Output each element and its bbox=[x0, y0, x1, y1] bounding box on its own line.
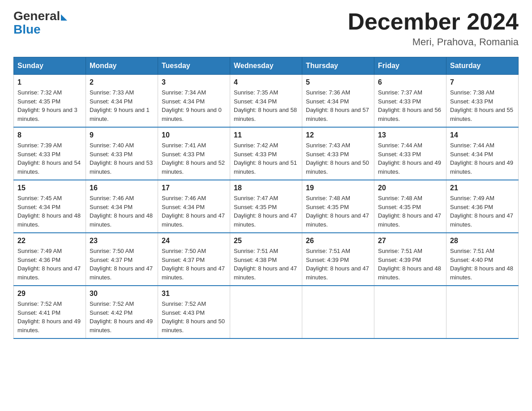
day-number: 29 bbox=[17, 290, 82, 298]
calendar-header: SundayMondayTuesdayWednesdayThursdayFrid… bbox=[14, 57, 519, 75]
day-info: Sunrise: 7:41 AMSunset: 4:33 PMDaylight:… bbox=[162, 142, 225, 175]
calendar-cell: 16 Sunrise: 7:46 AMSunset: 4:34 PMDaylig… bbox=[86, 180, 158, 233]
day-info: Sunrise: 7:47 AMSunset: 4:35 PMDaylight:… bbox=[234, 195, 297, 228]
day-info: Sunrise: 7:51 AMSunset: 4:39 PMDaylight:… bbox=[378, 248, 441, 281]
header-cell-tuesday: Tuesday bbox=[158, 57, 230, 75]
calendar-cell: 4 Sunrise: 7:35 AMSunset: 4:34 PMDayligh… bbox=[230, 75, 302, 128]
day-info: Sunrise: 7:36 AMSunset: 4:34 PMDaylight:… bbox=[306, 89, 369, 122]
day-info: Sunrise: 7:51 AMSunset: 4:38 PMDaylight:… bbox=[234, 248, 297, 281]
day-info: Sunrise: 7:45 AMSunset: 4:34 PMDaylight:… bbox=[17, 195, 81, 228]
calendar-cell: 5 Sunrise: 7:36 AMSunset: 4:34 PMDayligh… bbox=[302, 75, 374, 128]
day-info: Sunrise: 7:48 AMSunset: 4:35 PMDaylight:… bbox=[306, 195, 369, 228]
header-cell-wednesday: Wednesday bbox=[230, 57, 302, 75]
day-number: 31 bbox=[162, 290, 226, 298]
header-cell-saturday: Saturday bbox=[446, 57, 519, 75]
day-number: 2 bbox=[90, 78, 154, 86]
day-info: Sunrise: 7:44 AMSunset: 4:33 PMDaylight:… bbox=[378, 142, 441, 175]
logo-blue-text: Blue bbox=[13, 22, 41, 37]
calendar-cell: 19 Sunrise: 7:48 AMSunset: 4:35 PMDaylig… bbox=[302, 180, 374, 233]
day-info: Sunrise: 7:42 AMSunset: 4:33 PMDaylight:… bbox=[234, 142, 297, 175]
day-info: Sunrise: 7:44 AMSunset: 4:34 PMDaylight:… bbox=[450, 142, 513, 175]
day-number: 24 bbox=[162, 237, 226, 245]
header-cell-monday: Monday bbox=[86, 57, 158, 75]
logo-general-text: General bbox=[13, 9, 60, 23]
calendar-cell: 29 Sunrise: 7:52 AMSunset: 4:41 PMDaylig… bbox=[14, 286, 86, 338]
calendar-cell: 21 Sunrise: 7:49 AMSunset: 4:36 PMDaylig… bbox=[446, 180, 519, 233]
header-cell-friday: Friday bbox=[374, 57, 446, 75]
location-subtitle: Meri, Prahova, Romania bbox=[348, 36, 519, 48]
day-info: Sunrise: 7:49 AMSunset: 4:36 PMDaylight:… bbox=[17, 248, 81, 281]
day-info: Sunrise: 7:50 AMSunset: 4:37 PMDaylight:… bbox=[162, 248, 225, 281]
day-info: Sunrise: 7:50 AMSunset: 4:37 PMDaylight:… bbox=[90, 248, 153, 281]
calendar-cell: 18 Sunrise: 7:47 AMSunset: 4:35 PMDaylig… bbox=[230, 180, 302, 233]
calendar-cell: 8 Sunrise: 7:39 AMSunset: 4:33 PMDayligh… bbox=[14, 127, 86, 180]
week-row-4: 22 Sunrise: 7:49 AMSunset: 4:36 PMDaylig… bbox=[14, 233, 519, 286]
day-info: Sunrise: 7:39 AMSunset: 4:33 PMDaylight:… bbox=[17, 142, 81, 175]
calendar-body: 1 Sunrise: 7:32 AMSunset: 4:35 PMDayligh… bbox=[14, 75, 519, 339]
day-info: Sunrise: 7:51 AMSunset: 4:39 PMDaylight:… bbox=[306, 248, 369, 281]
calendar-cell: 10 Sunrise: 7:41 AMSunset: 4:33 PMDaylig… bbox=[158, 127, 230, 180]
day-number: 3 bbox=[162, 78, 226, 86]
day-number: 12 bbox=[306, 131, 370, 139]
calendar-cell bbox=[230, 286, 302, 338]
calendar-cell bbox=[446, 286, 519, 338]
day-number: 28 bbox=[450, 237, 515, 245]
calendar-cell: 30 Sunrise: 7:52 AMSunset: 4:42 PMDaylig… bbox=[86, 286, 158, 338]
calendar-cell: 13 Sunrise: 7:44 AMSunset: 4:33 PMDaylig… bbox=[374, 127, 446, 180]
calendar-cell: 15 Sunrise: 7:45 AMSunset: 4:34 PMDaylig… bbox=[14, 180, 86, 233]
day-number: 30 bbox=[90, 290, 154, 298]
week-row-5: 29 Sunrise: 7:52 AMSunset: 4:41 PMDaylig… bbox=[14, 286, 519, 338]
logo-text: General bbox=[13, 9, 67, 23]
day-info: Sunrise: 7:52 AMSunset: 4:41 PMDaylight:… bbox=[17, 300, 81, 334]
calendar-cell: 12 Sunrise: 7:43 AMSunset: 4:33 PMDaylig… bbox=[302, 127, 374, 180]
day-info: Sunrise: 7:43 AMSunset: 4:33 PMDaylight:… bbox=[306, 142, 369, 175]
calendar-cell: 23 Sunrise: 7:50 AMSunset: 4:37 PMDaylig… bbox=[86, 233, 158, 286]
calendar-cell: 27 Sunrise: 7:51 AMSunset: 4:39 PMDaylig… bbox=[374, 233, 446, 286]
calendar-cell: 1 Sunrise: 7:32 AMSunset: 4:35 PMDayligh… bbox=[14, 75, 86, 128]
day-info: Sunrise: 7:52 AMSunset: 4:43 PMDaylight:… bbox=[162, 300, 225, 334]
day-number: 20 bbox=[378, 184, 442, 192]
day-info: Sunrise: 7:51 AMSunset: 4:40 PMDaylight:… bbox=[450, 248, 513, 281]
day-number: 1 bbox=[17, 78, 82, 86]
day-number: 6 bbox=[378, 78, 442, 86]
day-number: 15 bbox=[17, 184, 82, 192]
calendar-cell: 11 Sunrise: 7:42 AMSunset: 4:33 PMDaylig… bbox=[230, 127, 302, 180]
main-title: December 2024 bbox=[348, 9, 519, 34]
calendar-cell: 7 Sunrise: 7:38 AMSunset: 4:33 PMDayligh… bbox=[446, 75, 519, 128]
day-info: Sunrise: 7:38 AMSunset: 4:33 PMDaylight:… bbox=[450, 89, 513, 122]
calendar-cell bbox=[302, 286, 374, 338]
day-number: 5 bbox=[306, 78, 370, 86]
day-number: 10 bbox=[162, 131, 226, 139]
day-info: Sunrise: 7:34 AMSunset: 4:34 PMDaylight:… bbox=[162, 89, 222, 122]
week-row-1: 1 Sunrise: 7:32 AMSunset: 4:35 PMDayligh… bbox=[14, 75, 519, 128]
day-info: Sunrise: 7:49 AMSunset: 4:36 PMDaylight:… bbox=[450, 195, 513, 228]
day-number: 8 bbox=[17, 131, 82, 139]
day-number: 11 bbox=[234, 131, 298, 139]
calendar-cell: 3 Sunrise: 7:34 AMSunset: 4:34 PMDayligh… bbox=[158, 75, 230, 128]
day-number: 18 bbox=[234, 184, 298, 192]
day-info: Sunrise: 7:35 AMSunset: 4:34 PMDaylight:… bbox=[234, 89, 297, 122]
calendar-cell: 25 Sunrise: 7:51 AMSunset: 4:38 PMDaylig… bbox=[230, 233, 302, 286]
day-number: 27 bbox=[378, 237, 442, 245]
day-info: Sunrise: 7:48 AMSunset: 4:35 PMDaylight:… bbox=[378, 195, 441, 228]
day-info: Sunrise: 7:46 AMSunset: 4:34 PMDaylight:… bbox=[162, 195, 225, 228]
header-cell-thursday: Thursday bbox=[302, 57, 374, 75]
day-number: 25 bbox=[234, 237, 298, 245]
calendar-cell: 2 Sunrise: 7:33 AMSunset: 4:34 PMDayligh… bbox=[86, 75, 158, 128]
calendar-cell: 17 Sunrise: 7:46 AMSunset: 4:34 PMDaylig… bbox=[158, 180, 230, 233]
day-info: Sunrise: 7:32 AMSunset: 4:35 PMDaylight:… bbox=[17, 89, 77, 122]
week-row-3: 15 Sunrise: 7:45 AMSunset: 4:34 PMDaylig… bbox=[14, 180, 519, 233]
day-number: 9 bbox=[90, 131, 154, 139]
header-cell-sunday: Sunday bbox=[14, 57, 86, 75]
day-number: 7 bbox=[450, 78, 515, 86]
day-info: Sunrise: 7:46 AMSunset: 4:34 PMDaylight:… bbox=[90, 195, 153, 228]
calendar-cell: 6 Sunrise: 7:37 AMSunset: 4:33 PMDayligh… bbox=[374, 75, 446, 128]
day-number: 17 bbox=[162, 184, 226, 192]
logo-arrow-icon bbox=[61, 14, 67, 21]
calendar-cell: 9 Sunrise: 7:40 AMSunset: 4:33 PMDayligh… bbox=[86, 127, 158, 180]
day-number: 16 bbox=[90, 184, 154, 192]
day-info: Sunrise: 7:40 AMSunset: 4:33 PMDaylight:… bbox=[90, 142, 153, 175]
title-block: December 2024 Meri, Prahova, Romania bbox=[348, 9, 519, 48]
day-number: 22 bbox=[17, 237, 82, 245]
day-number: 26 bbox=[306, 237, 370, 245]
